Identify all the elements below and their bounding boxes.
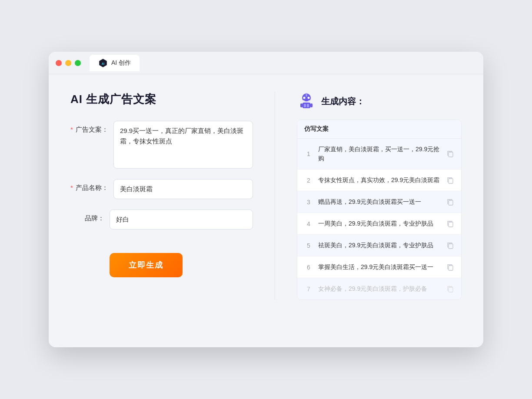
table-row: 1 厂家直销，美白淡斑霜，买一送一，29.9元抢购 <box>297 139 461 170</box>
svg-text:AI: AI <box>102 62 105 65</box>
copy-icon[interactable] <box>446 242 454 249</box>
brand-input[interactable] <box>110 209 253 229</box>
svg-rect-11 <box>304 104 306 107</box>
generate-btn-wrapper: 立即生成 <box>110 240 253 277</box>
right-panel: 生成内容： 仿写文案 1 厂家直销，美白淡斑霜，买一送一，29.9元抢购 2 <box>297 92 462 300</box>
row-text: 女神必备，29.9元美白淡斑霜，护肤必备 <box>318 284 441 293</box>
copy-icon[interactable] <box>446 176 454 184</box>
ai-tab-icon: AI <box>98 58 108 68</box>
row-text: 厂家直销，美白淡斑霜，买一送一，29.9元抢购 <box>318 145 441 163</box>
required-star: * <box>70 126 73 133</box>
copy-icon[interactable] <box>446 220 454 228</box>
page-title: AI 生成广告文案 <box>70 92 253 107</box>
copy-icon <box>446 285 454 293</box>
minimize-button[interactable] <box>65 60 71 66</box>
row-number: 4 <box>304 220 313 227</box>
copy-icon[interactable] <box>446 150 454 158</box>
form-row-ad-copy: * 广告文案： <box>70 121 253 169</box>
table-header: 仿写文案 <box>297 120 461 139</box>
copy-icon[interactable] <box>446 263 454 271</box>
label-ad-copy: * 广告文案： <box>70 121 113 138</box>
svg-rect-9 <box>300 103 303 107</box>
svg-rect-12 <box>307 104 309 107</box>
generate-button[interactable]: 立即生成 <box>110 253 183 277</box>
svg-rect-13 <box>449 152 453 157</box>
table-row: 6 掌握美白生活，29.9元美白淡斑霜买一送一 <box>297 256 461 278</box>
robot-icon <box>297 92 316 111</box>
svg-point-7 <box>306 93 307 95</box>
table-row: 5 祛斑美白，29.9元美白淡斑霜，专业护肤品 <box>297 235 461 256</box>
result-title: 生成内容： <box>321 96 365 107</box>
tab-label: AI 创作 <box>111 59 131 67</box>
svg-rect-10 <box>310 103 313 107</box>
left-panel: AI 生成广告文案 * 广告文案： * 产品名称： 品牌 <box>70 92 253 277</box>
form-row-product-name: * 产品名称： <box>70 179 253 199</box>
panel-divider <box>275 92 275 300</box>
form-row-brand: 品牌： <box>70 209 253 229</box>
label-brand: 品牌： <box>70 209 110 227</box>
row-number: 5 <box>304 242 313 249</box>
titlebar: AI AI 创作 <box>49 52 483 74</box>
svg-rect-19 <box>449 287 453 292</box>
svg-rect-17 <box>449 244 453 249</box>
maximize-button[interactable] <box>75 60 81 66</box>
row-text: 掌握美白生活，29.9元美白淡斑霜买一送一 <box>318 263 441 272</box>
tab-ai-creation[interactable]: AI AI 创作 <box>90 55 140 71</box>
svg-rect-14 <box>449 179 453 183</box>
result-table: 仿写文案 1 厂家直销，美白淡斑霜，买一送一，29.9元抢购 2 专抹女性斑点，… <box>297 120 462 300</box>
svg-point-5 <box>308 97 310 99</box>
copy-icon[interactable] <box>446 198 454 206</box>
browser-window: AI AI 创作 AI 生成广告文案 * 广告文案： * 产品名称： <box>49 52 483 347</box>
table-row: 3 赠品再送，29.9元美白淡斑霜买一送一 <box>297 191 461 213</box>
close-button[interactable] <box>56 60 62 66</box>
main-content: AI 生成广告文案 * 广告文案： * 产品名称： 品牌 <box>49 74 483 317</box>
table-row-faded: 7 女神必备，29.9元美白淡斑霜，护肤必备 <box>297 278 461 299</box>
traffic-lights <box>56 60 81 66</box>
svg-point-4 <box>303 97 306 99</box>
label-product-name: * 产品名称： <box>70 179 113 196</box>
product-name-input[interactable] <box>113 179 253 199</box>
svg-rect-18 <box>449 266 453 270</box>
row-number: 3 <box>304 199 313 206</box>
row-text: 赠品再送，29.9元美白淡斑霜买一送一 <box>318 197 441 206</box>
row-number: 2 <box>304 177 313 184</box>
row-text: 祛斑美白，29.9元美白淡斑霜，专业护肤品 <box>318 241 441 250</box>
table-row: 2 专抹女性斑点，真实功效，29.9元美白淡斑霜 <box>297 170 461 191</box>
row-text: 专抹女性斑点，真实功效，29.9元美白淡斑霜 <box>318 176 441 185</box>
row-number: 1 <box>304 150 313 157</box>
svg-rect-15 <box>449 200 453 205</box>
required-star-2: * <box>70 184 73 191</box>
row-text: 一周美白，29.9元美白淡斑霜，专业护肤品 <box>318 219 441 228</box>
result-header: 生成内容： <box>297 92 462 111</box>
svg-rect-8 <box>303 103 310 108</box>
svg-rect-6 <box>306 95 307 96</box>
table-row: 4 一周美白，29.9元美白淡斑霜，专业护肤品 <box>297 213 461 235</box>
svg-rect-16 <box>449 222 453 227</box>
row-number: 7 <box>304 286 313 293</box>
row-number: 6 <box>304 264 313 271</box>
ad-copy-input[interactable] <box>113 121 253 169</box>
